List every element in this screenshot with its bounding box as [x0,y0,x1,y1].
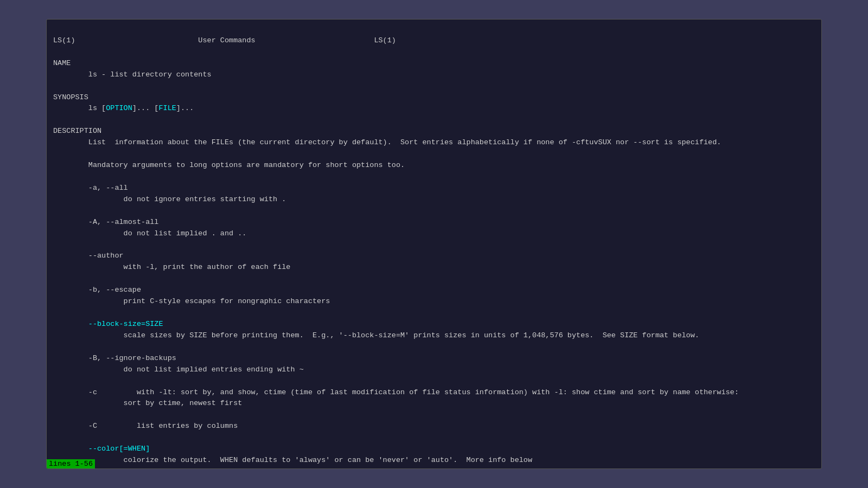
status-bar: lines 1-56 [47,459,95,468]
terminal-window: LS(1) User Commands LS(1) NAME ls - list… [46,19,822,469]
section-name: NAME [53,59,71,67]
status-text: lines 1-56 [49,460,93,468]
description-content: List information about the FILEs (the cu… [53,138,739,468]
synopsis-content: ls [OPTION]... [FILE]... [53,104,194,112]
section-synopsis: SYNOPSIS [53,93,88,101]
section-description: DESCRIPTION [53,127,101,135]
man-page-header: LS(1) User Commands LS(1) [53,36,396,44]
name-content: ls - list directory contents [53,70,212,79]
terminal-content[interactable]: LS(1) User Commands LS(1) NAME ls - list… [47,20,821,468]
